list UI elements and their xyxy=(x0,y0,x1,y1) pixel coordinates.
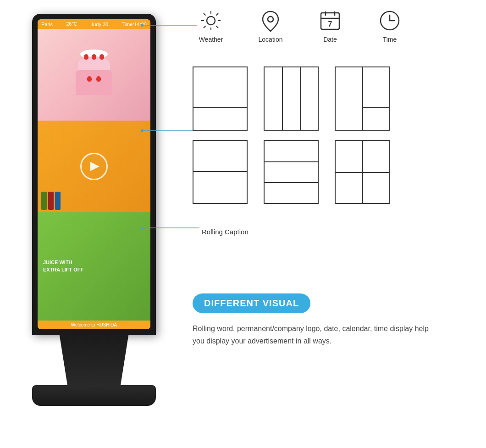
date-icon-item: 7 Date xyxy=(312,9,348,43)
date-icon: 7 xyxy=(319,9,342,32)
strawberry-3 xyxy=(99,54,104,60)
time-icon-item: Time xyxy=(371,9,408,43)
bottle-1 xyxy=(41,192,47,210)
strawberry-5 xyxy=(96,76,101,82)
svg-point-6 xyxy=(207,17,215,25)
play-icon xyxy=(90,162,99,171)
bottle-3 xyxy=(55,192,61,210)
layout-cell-2 xyxy=(264,66,319,131)
kiosk-device: Paris 26℃ Judy 30 Time:14:00 xyxy=(23,14,165,426)
slide-juice xyxy=(38,121,150,212)
rolling-caption-bar: Welcome to HUSHIDA xyxy=(38,321,150,329)
kiosk-base xyxy=(32,385,156,406)
city-label: Paris xyxy=(41,22,53,27)
lc3-h-line xyxy=(362,107,389,108)
lc5-h2-line xyxy=(265,182,318,183)
cake-visual xyxy=(66,54,122,95)
location-icon-item: Location xyxy=(252,9,289,43)
lc5-h1-line xyxy=(265,161,318,162)
layout-grids xyxy=(193,66,390,204)
svg-text:7: 7 xyxy=(328,20,332,28)
layout-cell-1 xyxy=(193,66,248,131)
slide-juicead: JUICE WITH EXTRA LIFT OFF xyxy=(38,212,150,321)
svg-line-14 xyxy=(204,26,206,28)
rolling-caption-annotation: Rolling Caption xyxy=(202,228,249,236)
layout-cell-4 xyxy=(193,140,248,204)
bottom-section: DIFFERENT VISUAL Rolling word, permanent… xyxy=(193,293,468,347)
date-label: Date xyxy=(323,36,337,43)
kiosk-frame: Paris 26℃ Judy 30 Time:14:00 xyxy=(32,14,156,335)
time-icon xyxy=(378,9,401,32)
slide-cake xyxy=(38,29,150,121)
lc6-h-line xyxy=(336,172,389,173)
play-circle xyxy=(80,153,108,180)
strawberry-2 xyxy=(92,54,96,60)
strawberry-1 xyxy=(84,54,88,60)
layout-cell-3 xyxy=(335,66,390,131)
weather-icon-item: Weather xyxy=(193,9,229,43)
temp-label: 26℃ xyxy=(66,21,77,27)
time-label: Time:14:00 xyxy=(122,22,147,27)
strawberry-4 xyxy=(87,76,92,82)
weather-icon xyxy=(199,9,222,32)
cake-body xyxy=(76,70,112,95)
info-bar: Paris 26℃ Judy 30 Time:14:00 xyxy=(38,19,150,29)
svg-line-11 xyxy=(204,13,206,16)
svg-line-12 xyxy=(216,26,219,28)
bottle-2 xyxy=(48,192,54,210)
svg-point-15 xyxy=(268,17,273,22)
location-icon xyxy=(259,9,282,32)
layout-cell-5 xyxy=(264,140,319,204)
kiosk-screen: Paris 26℃ Judy 30 Time:14:00 xyxy=(38,19,150,329)
kiosk-stand xyxy=(50,333,138,388)
location-label: Location xyxy=(259,36,283,43)
juice-bottles xyxy=(41,192,61,210)
time-label: Time xyxy=(383,36,397,43)
layout-cell-6 xyxy=(335,140,390,204)
date-label: Judy 30 xyxy=(91,22,109,27)
description-text: Rolling word, permanent/company logo, da… xyxy=(193,322,436,347)
svg-line-13 xyxy=(216,13,219,16)
ad-line2: EXTRA LIFT OFF xyxy=(43,266,83,273)
weather-label: Weather xyxy=(199,36,223,43)
feature-icons-row: Weather Location 7 Date xyxy=(193,9,408,43)
different-visual-badge: DIFFERENT VISUAL xyxy=(193,293,310,313)
ad-line1: JUICE WITH xyxy=(43,259,72,266)
